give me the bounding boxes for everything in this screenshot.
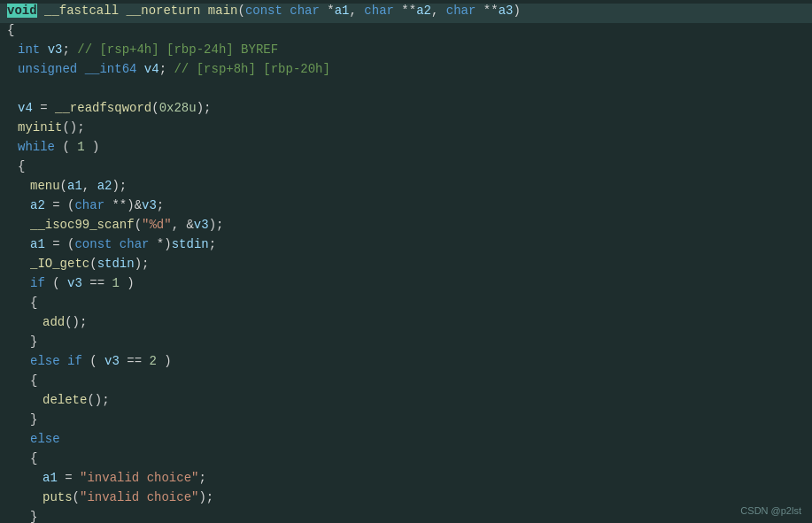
num-1: 1	[77, 140, 84, 154]
kw-char5: char	[120, 237, 150, 251]
code-line-19: else if ( v3 == 2 )	[0, 354, 812, 373]
kw-int: int	[18, 42, 40, 57]
var-a1-assign: a1	[30, 237, 45, 251]
watermark-text: CSDN @p2lst	[740, 505, 801, 516]
kw-while: while	[18, 140, 55, 154]
code-line-2: {	[0, 23, 812, 42]
num-2: 2	[149, 354, 156, 368]
code-line-25: a1 = "invalid choice";	[0, 471, 812, 490]
code-line-11: a2 = (char **)&v3;	[0, 198, 812, 218]
comment-v3: // [rsp+4h] [rbp-24h] BYREF	[77, 42, 278, 57]
kw-char3: char	[446, 4, 476, 18]
code-line-27: }	[0, 510, 812, 523]
fn-readfsqword: __readfsqword	[55, 101, 151, 115]
code-line-16: {	[0, 296, 812, 315]
code-line-26: puts("invalid choice");	[0, 490, 812, 510]
kw-char2: char	[364, 4, 394, 18]
code-line-21: delete();	[0, 393, 812, 412]
kw-char4: char	[74, 198, 104, 212]
keyword-noreturn: __noreturn	[126, 4, 200, 18]
code-line-3: int v3; // [rsp+4h] [rbp-24h] BYREF	[0, 42, 812, 62]
code-line-23: else	[0, 432, 812, 451]
code-line-12: __isoc99_scanf("%d", &v3);	[0, 218, 812, 237]
code-line-22: }	[0, 412, 812, 432]
fn-add: add	[43, 315, 65, 329]
num-0x28u: 0x28u	[159, 101, 197, 115]
kw-unsigned: unsigned	[18, 62, 77, 76]
fn-delete: delete	[43, 393, 87, 407]
fn-main: main	[208, 4, 238, 18]
code-line-24: {	[0, 451, 812, 471]
code-line-1: void __fastcall __noreturn main(const ch…	[0, 4, 812, 23]
kw-char1: char	[290, 4, 320, 18]
fn-puts: puts	[43, 490, 73, 504]
code-line-5	[0, 81, 812, 101]
code-line-15: if ( v3 == 1 )	[0, 276, 812, 296]
var-v3-cmp1: v3	[67, 276, 82, 290]
var-v4-assign: v4	[18, 101, 33, 115]
code-line-4: unsigned __int64 v4; // [rsp+8h] [rbp-20…	[0, 62, 812, 81]
fn-myinit: myinit	[18, 120, 62, 135]
kw-int64: __int64	[85, 62, 137, 76]
code-line-7: myinit();	[0, 120, 812, 140]
kw-else1: else	[30, 354, 60, 368]
var-v3-ref: v3	[142, 198, 157, 212]
str-invalid1: "invalid choice"	[80, 471, 198, 485]
keyword-void: void	[7, 4, 37, 18]
var-v3: v3	[48, 42, 63, 57]
var-v3-cmp2: v3	[104, 354, 120, 368]
kw-else2: else	[30, 432, 60, 446]
code-line-20: {	[0, 373, 812, 393]
var-v3-addr: v3	[194, 218, 209, 232]
kw-if2: if	[67, 354, 82, 368]
var-a1-invalid: a1	[43, 471, 58, 485]
str-format: "%d"	[142, 218, 172, 232]
code-container: void __fastcall __noreturn main(const ch…	[0, 0, 812, 523]
var-a3: a3	[499, 4, 514, 18]
code-line-13: a1 = (const char *)stdin;	[0, 237, 812, 257]
kw-const1: const	[245, 4, 282, 18]
num-1b: 1	[112, 276, 119, 290]
code-line-10: menu(a1, a2);	[0, 179, 812, 198]
kw-const2: const	[74, 237, 112, 251]
var-a1: a1	[335, 4, 350, 18]
var-stdin2: stdin	[97, 257, 135, 271]
code-line-14: _IO_getc(stdin);	[0, 257, 812, 276]
code-line-6: v4 = __readfsqword(0x28u);	[0, 101, 812, 120]
str-invalid2: "invalid choice"	[80, 490, 198, 504]
var-v4-decl: v4	[144, 62, 159, 76]
var-a2-assign: a2	[30, 198, 45, 212]
var-stdin: stdin	[172, 237, 209, 251]
fn-io-getc: _IO_getc	[30, 257, 89, 271]
code-line-18: }	[0, 335, 812, 354]
code-line-9: {	[0, 159, 812, 179]
kw-if1: if	[30, 276, 45, 290]
code-line-17: add();	[0, 315, 812, 335]
var-a2: a2	[416, 4, 431, 18]
code-line-8: while ( 1 )	[0, 140, 812, 159]
fn-scanf: __isoc99_scanf	[30, 218, 135, 232]
comment-v4: // [rsp+8h] [rbp-20h]	[174, 62, 329, 76]
fn-menu: menu	[30, 179, 60, 193]
keyword-fastcall: __fastcall	[44, 4, 119, 18]
var-a2-arg: a2	[97, 179, 112, 193]
var-a1-arg: a1	[67, 179, 82, 193]
